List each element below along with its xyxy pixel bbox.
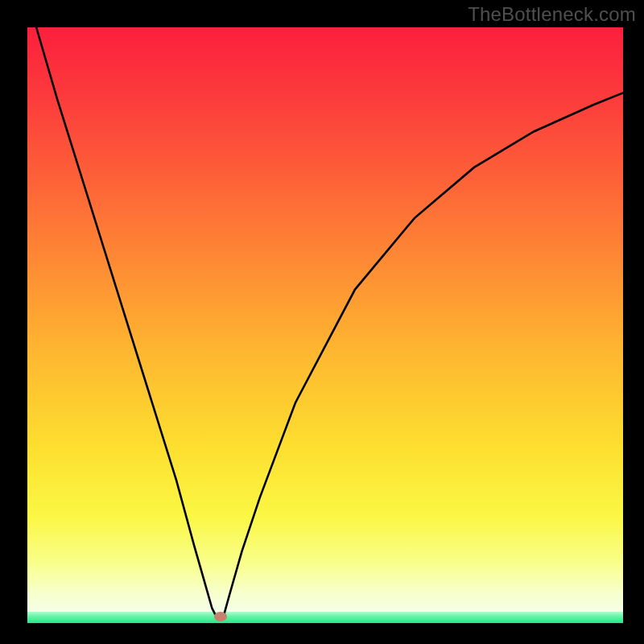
- watermark-text: TheBottleneck.com: [468, 3, 636, 26]
- chart-frame: TheBottleneck.com: [0, 0, 644, 644]
- plot-area: [27, 27, 623, 623]
- minimum-marker: [214, 612, 227, 621]
- bottleneck-curve: [27, 27, 623, 623]
